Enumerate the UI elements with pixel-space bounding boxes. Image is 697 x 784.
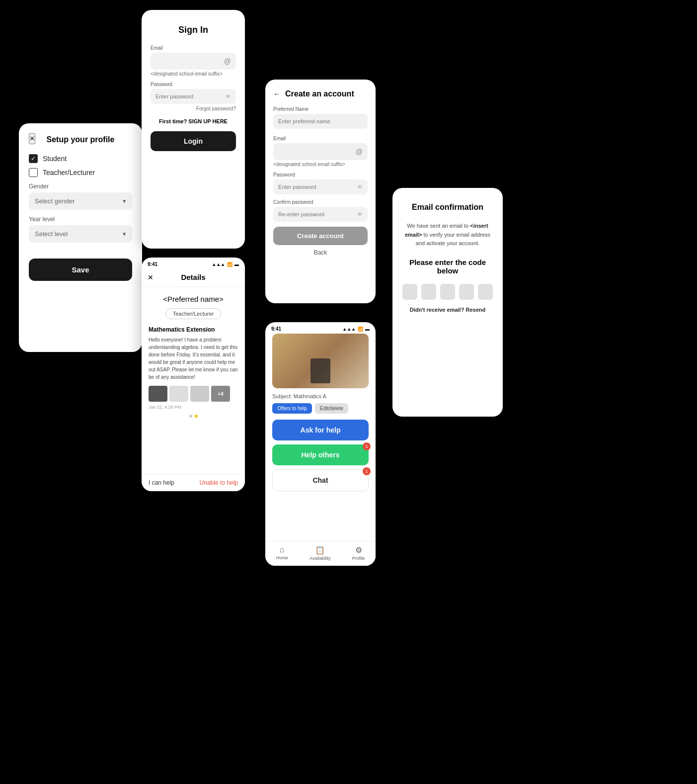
- year-placeholder: Select level: [35, 230, 68, 238]
- email-label: Email: [151, 45, 236, 51]
- enter-code-label: Please enter the code below: [402, 258, 493, 275]
- email-suffix: <designated school email suffix>: [151, 71, 236, 77]
- preferred-name: <Preferred name>: [149, 295, 238, 303]
- signal-icon: ▲▲▲: [342, 327, 356, 332]
- email-confirmation-card: Email confirmation We have sent an email…: [392, 188, 503, 417]
- status-time: 9:41: [148, 261, 157, 267]
- resend-text: Didn't receive email? Resend: [402, 307, 493, 313]
- code-box-4[interactable]: [459, 284, 474, 300]
- gender-label: Gender: [29, 183, 132, 190]
- gender-select[interactable]: Select gender ▾: [29, 192, 132, 210]
- preferred-name-label: Preferred Name: [273, 106, 368, 112]
- close-x-icon[interactable]: ✕: [148, 273, 154, 281]
- home-nav-label: Home: [276, 555, 288, 560]
- teacher-checkbox[interactable]: [29, 168, 38, 177]
- battery-icon: ▬: [234, 262, 239, 267]
- signup-link[interactable]: SIGN UP HERE: [188, 118, 228, 124]
- create-email-suffix: <designated school email suffix>: [273, 162, 368, 167]
- create-account-button[interactable]: Create account: [273, 227, 368, 245]
- details-title: Details: [181, 273, 205, 281]
- create-password-wrapper[interactable]: 👁: [273, 179, 368, 194]
- teacher-label: Teacher/Lecturer: [43, 169, 95, 176]
- details-card: 9:41 ▲▲▲ 📶 ▬ ✕ Details <Preferred name> …: [142, 258, 245, 491]
- at-icon: @: [224, 57, 231, 65]
- create-title: Create an account: [285, 89, 354, 98]
- create-email-input[interactable]: [278, 149, 356, 155]
- subject-title: Mathematics Extension: [149, 326, 238, 333]
- forgot-password-link[interactable]: Forgot password?: [151, 106, 236, 111]
- image-thumb-2: [169, 386, 188, 402]
- login-button[interactable]: Login: [151, 131, 236, 151]
- password-input[interactable]: [155, 93, 216, 99]
- home-status-time: 9:41: [271, 326, 281, 332]
- password-input-wrapper[interactable]: 👁: [151, 89, 236, 104]
- back-arrow-icon[interactable]: ←: [273, 90, 280, 98]
- nav-home[interactable]: ⌂ Home: [276, 545, 288, 561]
- availability-nav-label: Availability: [310, 556, 330, 561]
- role-badge: Teacher/Lecturer: [165, 308, 222, 319]
- availability-icon: 📋: [315, 545, 325, 555]
- password-label: Password: [151, 82, 236, 87]
- chevron-down-icon: ▾: [123, 230, 126, 238]
- help-others-badge: 1: [363, 442, 371, 450]
- can-help-button[interactable]: I can help: [149, 479, 174, 486]
- resend-link[interactable]: Resend: [465, 307, 485, 313]
- student-option[interactable]: ✓ Student: [29, 154, 132, 163]
- code-box-5[interactable]: [478, 284, 493, 300]
- image-thumb-3: [190, 386, 209, 402]
- eye-icon-confirm: 👁: [357, 211, 363, 217]
- edit-delete-button[interactable]: Edit/delete: [315, 403, 348, 414]
- signal-icon: ▲▲▲: [212, 262, 225, 267]
- nav-availability[interactable]: 📋 Availability: [310, 545, 330, 561]
- unable-help-button[interactable]: Unable to help: [200, 479, 238, 486]
- back-link[interactable]: Back: [273, 249, 368, 256]
- setup-profile-card: × Setup your profile ✓ Student Teacher/L…: [19, 123, 142, 352]
- code-box-2[interactable]: [421, 284, 436, 300]
- year-level-label: Year level: [29, 216, 132, 223]
- teacher-option[interactable]: Teacher/Lecturer: [29, 168, 132, 177]
- offers-to-help-button[interactable]: Offers to help: [272, 403, 312, 414]
- eye-icon: 👁: [357, 184, 363, 190]
- signin-title: Sign In: [151, 25, 236, 35]
- post-time: Jan 22, 4:29 PM: [149, 405, 238, 410]
- chevron-down-icon: ▾: [123, 197, 126, 205]
- pagination-dots: [149, 415, 238, 418]
- bottom-nav: ⌂ Home 📋 Availability ⚙ Profile: [265, 541, 376, 566]
- setup-title: Setup your profile: [29, 135, 132, 144]
- battery-icon: ▬: [365, 327, 370, 332]
- signup-prompt: First time? SIGN UP HERE: [151, 118, 236, 124]
- wifi-icon: 📶: [227, 262, 232, 267]
- student-checkbox[interactable]: ✓: [29, 154, 38, 163]
- create-email-wrapper[interactable]: @: [273, 143, 368, 160]
- home-icon: ⌂: [280, 545, 285, 554]
- eye-icon: 👁: [226, 93, 231, 99]
- preferred-name-input[interactable]: [273, 114, 368, 129]
- subject-line: Subject: Mathmatics A: [272, 393, 369, 399]
- confirm-password-label: Confirm password: [273, 199, 368, 205]
- code-input-boxes[interactable]: [402, 284, 493, 300]
- create-password-input[interactable]: [278, 184, 346, 190]
- nav-profile[interactable]: ⚙ Profile: [352, 545, 365, 561]
- code-box-1[interactable]: [402, 284, 417, 300]
- close-button[interactable]: ×: [29, 133, 35, 144]
- chat-badge: 1: [363, 467, 371, 475]
- home-card: 9:41 ▲▲▲ 📶 ▬ Subject: Mathmatics A Offer…: [265, 322, 376, 566]
- subject-value: Mathmatics A: [294, 393, 326, 399]
- create-email-label: Email: [273, 136, 368, 141]
- create-header: ← Create an account: [273, 89, 368, 98]
- image-more[interactable]: +4: [211, 386, 230, 402]
- email-input[interactable]: [155, 58, 216, 64]
- confirm-password-wrapper[interactable]: 👁: [273, 207, 368, 222]
- save-button[interactable]: Save: [29, 259, 132, 281]
- profile-nav-label: Profile: [352, 556, 365, 561]
- email-input-wrapper[interactable]: @: [151, 53, 236, 70]
- status-bar: 9:41 ▲▲▲ 📶 ▬: [142, 258, 245, 269]
- ask-for-help-button[interactable]: Ask for help: [272, 420, 369, 440]
- help-others-button[interactable]: Help others: [272, 444, 369, 465]
- year-select[interactable]: Select level ▾: [29, 225, 132, 243]
- home-status-bar: 9:41 ▲▲▲ 📶 ▬: [265, 322, 376, 334]
- confirm-password-input[interactable]: [278, 211, 346, 217]
- chat-button[interactable]: Chat: [272, 469, 369, 491]
- code-box-3[interactable]: [440, 284, 455, 300]
- at-icon: @: [356, 148, 363, 156]
